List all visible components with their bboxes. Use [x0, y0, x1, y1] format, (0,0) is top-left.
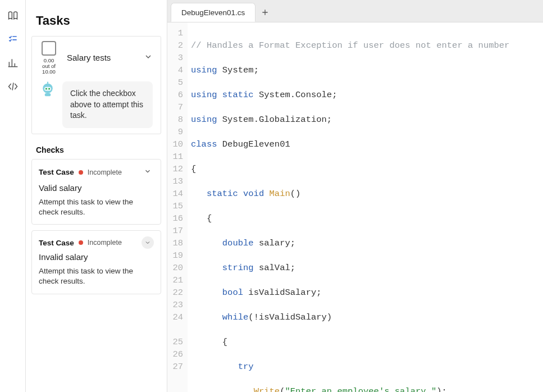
- code-token: using: [191, 65, 217, 75]
- check-label: Test Case: [39, 168, 74, 176]
- check-name: Invalid salary: [39, 252, 154, 262]
- editor-area: DebugEleven01.cs 12345678910111213141516…: [167, 0, 543, 392]
- code-token: (!isValidSalary): [248, 312, 332, 322]
- bar-chart-icon[interactable]: [7, 57, 19, 69]
- chevron-down-icon[interactable]: [142, 165, 154, 180]
- code-token: class: [191, 139, 217, 149]
- list-check-icon[interactable]: [7, 34, 19, 45]
- code-token: System.Console;: [254, 90, 337, 100]
- code-token: salary;: [254, 238, 295, 248]
- task-name: Salary tests: [67, 53, 135, 62]
- status-dot-icon: [79, 240, 83, 245]
- tab-label: DebugEleven01.cs: [181, 8, 245, 17]
- code-token: System;: [217, 65, 259, 75]
- code-token: while: [222, 312, 249, 322]
- code-token: try: [238, 362, 254, 372]
- code-token: static: [207, 189, 238, 199]
- code-token: System.Globalization;: [217, 115, 332, 125]
- status-dot-icon: [79, 170, 83, 175]
- code-token: using: [191, 90, 217, 100]
- code-token: salVal;: [254, 263, 295, 273]
- check-header: Test Case Incomplete: [39, 236, 154, 249]
- code-token: {: [191, 337, 227, 347]
- code-token: [191, 263, 222, 273]
- code-token: [191, 238, 222, 248]
- task-header: 0.00 out of 10.00 Salary tests: [32, 37, 161, 78]
- code-token: [191, 189, 207, 199]
- code-token: [191, 362, 238, 372]
- score-total: 10.00: [42, 69, 56, 75]
- code-editor[interactable]: 1234567891011121314151617181920212223242…: [167, 22, 543, 392]
- code-token: string: [222, 263, 254, 273]
- code-token: bool: [222, 288, 243, 298]
- task-checkbox[interactable]: [42, 41, 56, 56]
- assistant-hint: Click the checkbox above to attempt this…: [62, 81, 153, 128]
- checks-heading: Checks: [26, 140, 167, 159]
- sidebar-title: Tasks: [26, 0, 167, 36]
- code-token: [191, 312, 222, 322]
- check-hint: Attempt this task to view the check resu…: [39, 197, 154, 217]
- check-hint: Attempt this task to view the check resu…: [39, 266, 154, 286]
- svg-point-2: [45, 88, 47, 90]
- code-token: {: [191, 164, 196, 174]
- code-token: Main: [264, 189, 290, 199]
- code-content[interactable]: // Handles a Format Exception if user do…: [188, 22, 535, 392]
- icon-sidebar: [0, 0, 26, 392]
- check-name: Valid salary: [39, 183, 154, 193]
- task-item: 0.00 out of 10.00 Salary tests: [31, 36, 161, 134]
- code-token: DebugEleven01: [217, 139, 290, 149]
- code-token: (): [290, 189, 301, 199]
- code-token: void: [238, 189, 264, 199]
- check-card: Test Case Incomplete Valid salary Attemp…: [31, 159, 161, 225]
- code-token: Write: [254, 386, 280, 392]
- tasks-sidebar: Tasks 0.00 out of 10.00 Salary tests: [26, 0, 167, 392]
- svg-point-3: [48, 88, 50, 90]
- file-tab[interactable]: DebugEleven01.cs: [171, 3, 255, 22]
- check-status: Incomplete: [88, 239, 137, 247]
- svg-rect-1: [44, 87, 51, 91]
- chevron-down-icon[interactable]: [142, 236, 154, 249]
- assistant-row: Click the checkbox above to attempt this…: [32, 78, 161, 134]
- code-token: isValidSalary;: [243, 288, 322, 298]
- code-token: // Handles a Format Exception if user do…: [191, 40, 509, 51]
- code-token: using: [191, 115, 217, 125]
- svg-point-6: [47, 81, 48, 83]
- code-token: {: [191, 213, 212, 224]
- code-token: [191, 386, 254, 392]
- book-icon[interactable]: [7, 10, 19, 21]
- code-token: "Enter an employee's salary ": [285, 386, 436, 392]
- tab-bar: DebugEleven01.cs: [167, 0, 543, 22]
- code-token: double: [222, 238, 254, 248]
- robot-icon: [40, 81, 56, 97]
- svg-rect-4: [45, 93, 51, 96]
- code-icon[interactable]: [7, 81, 19, 92]
- line-gutter: 1234567891011121314151617181920212223242…: [167, 22, 188, 392]
- check-header: Test Case Incomplete: [39, 165, 154, 180]
- new-tab-button[interactable]: [255, 3, 275, 22]
- code-token: [191, 288, 222, 298]
- check-label: Test Case: [39, 239, 74, 247]
- code-token: );: [436, 386, 447, 392]
- task-score: 0.00 out of 10.00: [42, 58, 56, 75]
- code-token: static: [217, 90, 254, 100]
- task-check-column: 0.00 out of 10.00: [38, 41, 60, 75]
- check-card: Test Case Incomplete Invalid salary Atte…: [31, 230, 161, 294]
- check-status: Incomplete: [88, 168, 137, 176]
- chevron-down-icon[interactable]: [142, 50, 155, 66]
